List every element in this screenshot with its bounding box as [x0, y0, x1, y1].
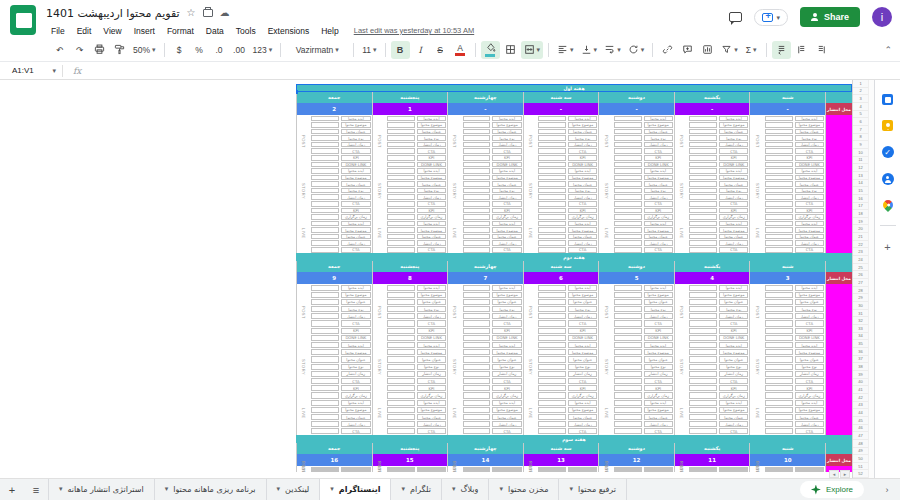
field-input-cell[interactable]	[689, 328, 717, 334]
field-input-cell[interactable]	[689, 122, 717, 128]
field-input-cell[interactable]	[689, 175, 717, 181]
field-label-cell[interactable]: نوع محتوا	[568, 306, 597, 312]
field-label-cell[interactable]: زمان انتشار	[795, 313, 824, 319]
field-label-cell[interactable]: زمان انتشار	[568, 421, 597, 427]
field-label-cell[interactable]: DONE LINK	[568, 335, 597, 341]
field-input-cell[interactable]	[311, 162, 339, 168]
field-label-cell[interactable]: زمان انتشار	[644, 194, 673, 200]
field-label-cell[interactable]: CTA	[644, 428, 673, 434]
field-input-cell[interactable]	[614, 306, 642, 312]
field-label-cell[interactable]: زمان برگزاری	[417, 392, 446, 398]
field-label-cell[interactable]: زمان انتشار	[417, 194, 446, 200]
horizontal-align-button[interactable]: ▾	[554, 41, 577, 59]
field-input-cell[interactable]	[689, 421, 717, 427]
hide-side-panel-button[interactable]: ›	[874, 479, 900, 500]
field-label-cell[interactable]: CTA	[341, 148, 370, 154]
field-label-cell[interactable]: ایده محتوا	[341, 342, 370, 348]
print-button[interactable]	[90, 41, 109, 59]
field-label-cell[interactable]: موضوع محتوا	[644, 122, 673, 128]
field-label-cell[interactable]: موضوع محتوا	[341, 349, 370, 355]
contacts-icon[interactable]	[882, 173, 894, 185]
field-label-cell[interactable]: KPI	[719, 328, 748, 334]
field-label-cell[interactable]: ایده محتوا	[568, 168, 597, 174]
field-input-cell[interactable]	[614, 148, 642, 154]
field-input-cell[interactable]	[387, 129, 415, 135]
bold-button[interactable]: B	[391, 41, 410, 59]
field-input-cell[interactable]	[689, 378, 717, 384]
field-label-cell[interactable]: CTA	[492, 247, 521, 253]
field-input-cell[interactable]	[538, 208, 566, 214]
section-name-cell[interactable]: POST	[524, 115, 537, 168]
field-label-cell[interactable]: عنوان محتوا	[417, 299, 446, 305]
scroll-right-icon[interactable]: ▸	[840, 470, 850, 478]
field-label-cell[interactable]: زمان انتشار	[417, 371, 446, 377]
field-label-cell[interactable]: عنوان محتوا	[719, 356, 748, 362]
field-input-cell[interactable]	[387, 247, 415, 253]
field-input-cell[interactable]	[387, 421, 415, 427]
paint-format-button[interactable]	[110, 41, 129, 59]
sheet-tab-1[interactable]: ▾استراتژی انتشار ماهانه	[48, 479, 155, 500]
field-input-cell[interactable]	[765, 414, 793, 420]
field-label-cell[interactable]: موضوع محتوا	[568, 122, 597, 128]
field-input-cell[interactable]	[538, 371, 566, 377]
day-name-cell[interactable]: چهارشنبه	[448, 261, 523, 272]
field-label-cell[interactable]: KPI	[568, 208, 597, 214]
field-input-cell[interactable]	[614, 181, 642, 187]
field-label-cell[interactable]: موضوع محتوا	[644, 407, 673, 413]
row-number[interactable]: 40	[853, 379, 868, 387]
field-input-cell[interactable]	[689, 142, 717, 148]
field-label-cell[interactable]: موضوع محتوا	[568, 349, 597, 355]
field-label-cell[interactable]: زمان انتشار	[341, 240, 370, 246]
field-label-cell[interactable]: زمان انتشار	[719, 371, 748, 377]
field-label-cell[interactable]: عنوان محتوا	[492, 129, 521, 135]
field-label-cell[interactable]: CTA	[568, 320, 597, 326]
field-input-cell[interactable]	[311, 155, 339, 161]
field-label-cell[interactable]: زمان انتشار	[568, 240, 597, 246]
section-name-cell[interactable]: STORY	[675, 342, 688, 392]
field-label-cell[interactable]: DONE LINK	[568, 162, 597, 168]
field-input-cell[interactable]	[689, 168, 717, 174]
comment-history-icon[interactable]	[729, 12, 742, 22]
field-label-cell[interactable]: نوع محتوا	[417, 306, 446, 312]
field-label-cell[interactable]: عنوان محتوا	[644, 129, 673, 135]
field-input-cell[interactable]	[689, 135, 717, 141]
field-label-cell[interactable]: CTA	[719, 201, 748, 207]
field-label-cell[interactable]: موضوع محتوا	[492, 227, 521, 233]
row-header-column[interactable]: 1234567891011121314151617181920212223242…	[852, 80, 868, 478]
name-box[interactable]: A1:V1 ▾	[0, 66, 62, 75]
section-name-cell[interactable]: STORY	[524, 168, 537, 214]
field-input-cell[interactable]	[538, 385, 566, 391]
field-label-cell[interactable]: CTA	[492, 428, 521, 434]
field-input-cell[interactable]	[387, 240, 415, 246]
row-number[interactable]: 24	[853, 256, 868, 264]
section-name-cell[interactable]: STORY	[750, 168, 763, 214]
insert-link-button[interactable]	[658, 41, 677, 59]
field-input-cell[interactable]	[387, 234, 415, 240]
field-input-cell[interactable]	[689, 364, 717, 370]
field-input-cell[interactable]	[311, 378, 339, 384]
field-input-cell[interactable]	[463, 122, 491, 128]
field-input-cell[interactable]	[614, 392, 642, 398]
field-input-cell[interactable]	[311, 175, 339, 181]
field-input-cell[interactable]	[311, 221, 339, 227]
row-number[interactable]: 51	[853, 463, 868, 471]
field-input-cell[interactable]	[765, 188, 793, 194]
field-input-cell[interactable]	[689, 181, 717, 187]
row-number[interactable]: 45	[853, 417, 868, 425]
field-label-cell[interactable]: ایده محتوا	[719, 221, 748, 227]
field-label-cell[interactable]: CTA	[417, 378, 446, 384]
field-input-cell[interactable]	[689, 299, 717, 305]
field-label-cell[interactable]: CTA	[568, 378, 597, 384]
field-label-cell[interactable]: موضوع محتوا	[341, 227, 370, 233]
field-label-cell[interactable]: KPI	[417, 208, 446, 214]
field-label-cell[interactable]: زمان انتشار	[492, 194, 521, 200]
font-select[interactable]: Vazirmatn▾	[286, 41, 348, 59]
section-name-cell[interactable]: STORY	[750, 342, 763, 392]
field-input-cell[interactable]	[387, 181, 415, 187]
field-input-cell[interactable]	[765, 285, 793, 291]
field-label-cell[interactable]: نوع محتوا	[492, 364, 521, 370]
field-label-cell[interactable]: ایده محتوا	[795, 285, 824, 291]
field-label-cell[interactable]: موضوع محتوا	[492, 407, 521, 413]
day-date-cell[interactable]: 4	[675, 272, 750, 284]
field-label-cell[interactable]: KPI	[341, 155, 370, 161]
